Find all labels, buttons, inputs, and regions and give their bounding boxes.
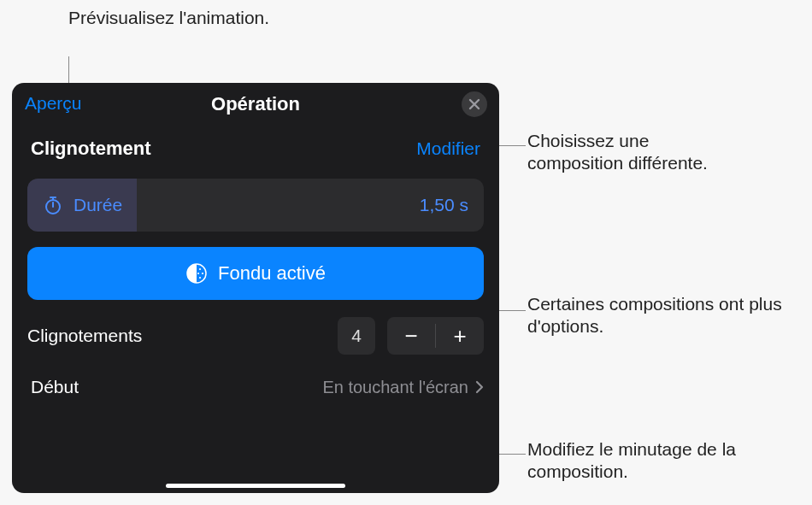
preview-button[interactable]: Aperçu (25, 93, 82, 114)
start-label: Début (31, 377, 322, 397)
chevron-right-icon (475, 380, 484, 394)
home-indicator (166, 484, 345, 488)
callout-preview: Prévisualisez l'animation. (68, 7, 269, 29)
fade-label: Fondu activé (218, 262, 326, 285)
callout-modify: Choisissez une composition différente. (527, 130, 722, 175)
blinks-stepper: − + (387, 317, 484, 355)
close-icon (468, 98, 480, 110)
duration-label: Durée (74, 195, 420, 215)
start-row[interactable]: Début En touchant l'écran (31, 377, 484, 397)
svg-point-4 (199, 268, 201, 270)
effect-name: Clignotement (31, 138, 151, 160)
stopwatch-icon (43, 195, 63, 215)
duration-slider[interactable]: Durée 1,50 s (27, 179, 484, 232)
svg-point-5 (202, 273, 203, 274)
fade-toggle[interactable]: Fondu activé (27, 247, 484, 300)
svg-point-6 (199, 277, 201, 279)
blinks-row: Clignotements 4 − + (27, 317, 484, 355)
operation-panel: Aperçu Opération Clignotement Modifier D… (12, 83, 499, 493)
panel-header: Aperçu Opération (12, 83, 499, 126)
start-value: En touchant l'écran (322, 378, 468, 397)
svg-point-7 (197, 273, 199, 274)
stepper-minus[interactable]: − (387, 317, 435, 355)
fade-icon (185, 262, 208, 285)
blinks-value: 4 (338, 317, 375, 355)
blinks-label: Clignotements (27, 326, 326, 346)
stepper-plus[interactable]: + (436, 317, 484, 355)
callout-start-timing: Modifiez le minutage de la composition. (527, 438, 775, 484)
effect-header-row: Clignotement Modifier (12, 126, 499, 167)
callout-fade-options: Certaines compositions ont plus d'option… (527, 293, 801, 338)
close-button[interactable] (462, 91, 487, 117)
modify-button[interactable]: Modifier (416, 138, 480, 159)
panel-title: Opération (211, 93, 300, 115)
duration-value: 1,50 s (420, 195, 468, 215)
